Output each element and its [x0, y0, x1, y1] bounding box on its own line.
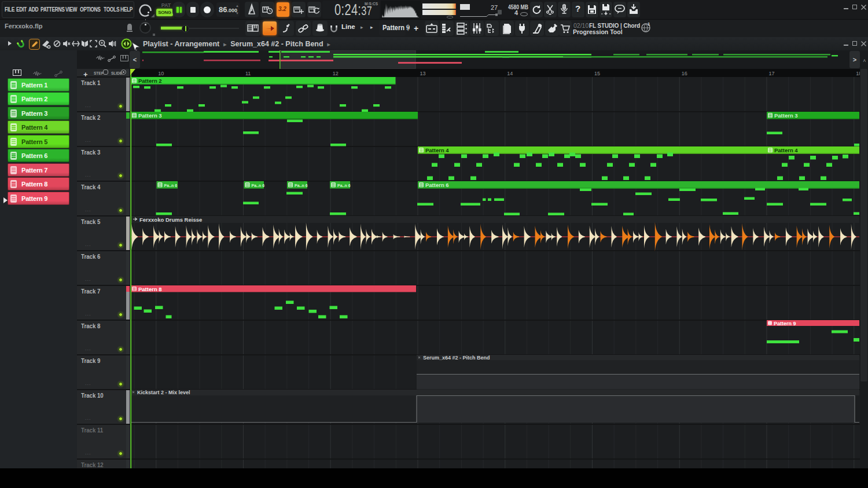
svg-text:10: 10	[158, 71, 164, 76]
svg-text:Pattern 4: Pattern 4	[774, 147, 798, 153]
svg-text:1: 1	[648, 22, 650, 27]
svg-text:Pattern 4: Pattern 4	[425, 147, 449, 153]
svg-text:Pattern 2: Pattern 2	[138, 78, 162, 84]
svg-text:Pattern 3: Pattern 3	[774, 112, 798, 119]
svg-text:17: 17	[769, 71, 775, 76]
svg-text:Serum_x64 #2 - Pitch Bend: Serum_x64 #2 - Pitch Bend	[423, 355, 490, 361]
svg-text:Pa..n 6: Pa..n 6	[337, 184, 351, 188]
svg-text:16: 16	[682, 71, 687, 76]
svg-text:11: 11	[245, 71, 251, 76]
svg-text:Pa..n 6: Pa..n 6	[295, 184, 308, 188]
svg-text:13: 13	[420, 71, 426, 76]
svg-text:Pa..n 6: Pa..n 6	[252, 184, 265, 188]
svg-text:Kickstart 2 - Mix level: Kickstart 2 - Mix level	[137, 390, 190, 395]
svg-text:Pattern 3: Pattern 3	[138, 112, 162, 119]
svg-text:Pa..n 6: Pa..n 6	[164, 184, 178, 188]
svg-text:Pattern 6: Pattern 6	[425, 182, 449, 188]
svg-text:14: 14	[507, 71, 513, 76]
svg-text:12: 12	[333, 71, 339, 76]
svg-text:15: 15	[594, 71, 600, 76]
svg-text:Pattern 8: Pattern 8	[138, 286, 162, 292]
svg-text:Pattern 9: Pattern 9	[774, 321, 796, 326]
svg-text:Ferxxoko Drums Reisse: Ferxxoko Drums Reisse	[139, 217, 202, 223]
